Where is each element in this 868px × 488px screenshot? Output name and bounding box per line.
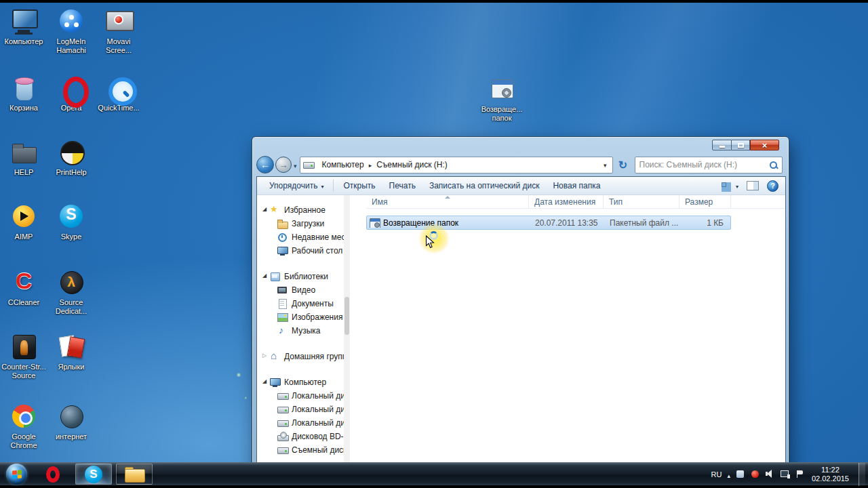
- breadcrumb-removable-disk[interactable]: Съемный диск (H:): [372, 160, 452, 169]
- open-button[interactable]: Открыть: [336, 181, 382, 190]
- desktop-icon-chrome[interactable]: Google Chrome: [1, 403, 46, 450]
- burn-button[interactable]: Записать на оптический диск: [422, 181, 547, 190]
- volume-icon[interactable]: [766, 470, 775, 479]
- show-desktop-button[interactable]: [859, 463, 865, 486]
- desktop-icon-help[interactable]: HELP: [1, 139, 46, 177]
- maximize-button[interactable]: [732, 140, 750, 150]
- sidebar-item-local-disk-3[interactable]: Локальный диск: [257, 416, 350, 430]
- sidebar-item-documents[interactable]: Документы: [257, 297, 350, 310]
- sidebar-item-local-disk-2[interactable]: Локальный диск: [257, 403, 350, 416]
- action-center-flag-icon[interactable]: [795, 470, 805, 479]
- desktop[interactable]: Компьютер LogMeIn Hamachi Movavi Scree..…: [0, 3, 868, 462]
- scrollbar-thumb[interactable]: [344, 297, 349, 335]
- desktop-icon-recycle-bin[interactable]: Корзина: [1, 75, 46, 113]
- search-icon[interactable]: [769, 161, 778, 169]
- desktop-monitor-icon: [277, 246, 288, 256]
- column-header-size[interactable]: Размер: [679, 195, 731, 208]
- sidebar-section-computer[interactable]: Компьютер: [257, 375, 350, 389]
- new-folder-button[interactable]: Новая папка: [546, 181, 607, 190]
- file-row[interactable]: Возвращение папок 20.07.2011 13:35 Пакет…: [366, 216, 731, 230]
- system-tray: RU 11:22 02.02.2015: [711, 463, 865, 486]
- address-dropdown-icon[interactable]: [601, 160, 610, 169]
- expander-icon[interactable]: [262, 206, 270, 214]
- taskbar-button-explorer[interactable]: [116, 464, 153, 485]
- column-header-type[interactable]: Тип: [604, 195, 679, 208]
- search-box[interactable]: Поиск: Съемный диск (H:): [635, 157, 783, 174]
- opera-icon: [46, 466, 60, 483]
- movavi-icon: [104, 8, 134, 35]
- recent-places-icon: [277, 232, 288, 242]
- desktop-icon-label: Возвраще... папок: [479, 105, 525, 123]
- sidebar-item-local-disk-1[interactable]: Локальный диск: [257, 389, 350, 403]
- desktop-icon-hamachi[interactable]: LogMeIn Hamachi: [49, 8, 94, 55]
- organize-button[interactable]: Упорядочить: [262, 181, 330, 190]
- network-icon[interactable]: [781, 470, 790, 479]
- organize-label: Упорядочить: [269, 181, 317, 190]
- breadcrumb-computer[interactable]: Компьютер: [317, 160, 369, 169]
- batch-file-icon: [370, 218, 380, 228]
- desktop-icon-label: LogMeIn Hamachi: [49, 37, 94, 55]
- desktop-icon-label: Компьютер: [1, 37, 46, 46]
- preview-pane-button[interactable]: [747, 181, 759, 190]
- sidebar-item-bd-drive[interactable]: Дисковод BD-RO...: [257, 430, 350, 443]
- sidebar-section-libraries[interactable]: Библиотеки: [257, 270, 350, 283]
- desktop-icon-ccleaner[interactable]: CCleaner: [1, 269, 46, 307]
- address-bar[interactable]: Компьютер Съемный диск (H:): [300, 157, 613, 174]
- desktop-icon-quicktime[interactable]: QuickTime...: [96, 75, 141, 113]
- recycle-bin-icon: [9, 75, 39, 102]
- desktop-icon-printhelp[interactable]: PrintHelp: [49, 139, 94, 177]
- desktop-icon-aimp[interactable]: AIMP: [1, 203, 46, 241]
- taskbar-button-opera[interactable]: [35, 464, 71, 485]
- counter-strike-icon: [9, 333, 39, 361]
- minimize-button[interactable]: [712, 140, 732, 150]
- history-dropdown-icon[interactable]: [294, 159, 297, 171]
- sidebar-scrollbar[interactable]: [344, 195, 350, 462]
- sidebar-item-pictures[interactable]: Изображения: [257, 310, 350, 324]
- close-button[interactable]: [750, 140, 779, 150]
- column-header-date[interactable]: Дата изменения: [529, 195, 604, 208]
- back-button[interactable]: [256, 156, 274, 174]
- sidebar-item-desktop[interactable]: Рабочий стол: [257, 244, 350, 258]
- chevron-down-icon: [321, 181, 323, 190]
- sidebar-section-homegroup[interactable]: Домашняя группа: [257, 350, 350, 363]
- desktop-icon-label: Skype: [49, 232, 94, 241]
- sidebar-item-removable-disk[interactable]: Съемный диск (H:): [257, 443, 350, 457]
- internet-icon: [56, 403, 86, 430]
- chevron-down-icon: [736, 181, 738, 190]
- desktop-icon-computer[interactable]: Компьютер: [1, 8, 46, 46]
- folder-icon: [125, 467, 144, 481]
- desktop-icon-counter-strike[interactable]: Counter-Str... Source: [1, 333, 46, 380]
- expander-icon[interactable]: [262, 272, 270, 281]
- desktop-icon-source-dedicated[interactable]: Source Dedicat...: [49, 269, 94, 316]
- expander-icon[interactable]: [262, 352, 270, 361]
- desktop-icon-movavi[interactable]: Movavi Scree...: [96, 8, 141, 55]
- taskbar-button-skype[interactable]: [75, 464, 112, 485]
- column-header-name[interactable]: Имя: [366, 195, 529, 208]
- hidden-icons-button[interactable]: [727, 468, 730, 481]
- desktop-icon-shortcuts[interactable]: Ярлыки: [49, 333, 94, 371]
- sidebar-section-favorites[interactable]: Избранное: [257, 203, 350, 217]
- change-view-button[interactable]: [722, 181, 738, 190]
- expander-icon[interactable]: [262, 378, 270, 386]
- disc-drive-icon: [277, 432, 288, 441]
- sidebar-item-videos[interactable]: Видео: [257, 283, 350, 297]
- desktop-icon-batch-file[interactable]: Возвраще... папок: [479, 76, 525, 123]
- desktop-icon-skype[interactable]: Skype: [49, 203, 94, 241]
- sidebar-item-recent-places[interactable]: Недавние места: [257, 230, 350, 244]
- clock[interactable]: 11:22 02.02.2015: [812, 466, 849, 483]
- sidebar-item-downloads[interactable]: Загрузки: [257, 217, 350, 230]
- views-grid-icon: [722, 181, 733, 190]
- forward-button[interactable]: [275, 157, 292, 173]
- start-button[interactable]: [6, 464, 27, 485]
- desktop-icon-internet[interactable]: интернет: [49, 403, 94, 441]
- desktop-icon-label: CCleaner: [1, 298, 46, 307]
- desktop-icon-opera[interactable]: Opera: [49, 75, 94, 113]
- help-folder-icon: [9, 139, 39, 166]
- language-indicator[interactable]: RU: [711, 470, 722, 479]
- print-button[interactable]: Печать: [382, 181, 422, 190]
- help-button[interactable]: [767, 180, 778, 192]
- tray-red-app-icon[interactable]: [751, 470, 760, 479]
- sidebar-item-music[interactable]: Музыка: [257, 324, 350, 338]
- tray-app-icon[interactable]: [736, 470, 745, 479]
- refresh-button[interactable]: [615, 157, 631, 173]
